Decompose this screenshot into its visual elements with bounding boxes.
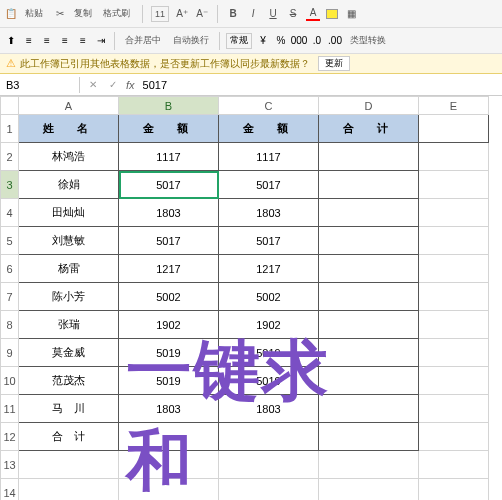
confirm-icon[interactable]: ✓ <box>106 78 120 92</box>
font-size-select[interactable]: 11 <box>151 6 169 22</box>
row-header-9[interactable]: 9 <box>1 339 19 367</box>
cell-a13[interactable] <box>19 451 119 479</box>
indent-icon[interactable]: ⇥ <box>94 34 108 48</box>
comma-icon[interactable]: 000 <box>292 34 306 48</box>
format-brush-button[interactable]: 格式刷 <box>99 6 134 21</box>
cell-b10[interactable]: 5019 <box>119 367 219 395</box>
cell-b2[interactable]: 1117 <box>119 143 219 171</box>
align-middle-icon[interactable]: ≡ <box>22 34 36 48</box>
cell-c10[interactable]: 5019 <box>219 367 319 395</box>
cell-d4[interactable] <box>319 199 419 227</box>
font-decrease-icon[interactable]: A⁻ <box>195 7 209 21</box>
merge-center-button[interactable]: 合并居中 <box>121 33 165 48</box>
cell-e8[interactable] <box>419 311 489 339</box>
cell-d10[interactable] <box>319 367 419 395</box>
cell-e6[interactable] <box>419 255 489 283</box>
row-header-6[interactable]: 6 <box>1 255 19 283</box>
header-amount2[interactable]: 金 额 <box>219 115 319 143</box>
italic-button[interactable]: I <box>246 7 260 21</box>
cell-e14[interactable] <box>419 479 489 501</box>
row-header-4[interactable]: 4 <box>1 199 19 227</box>
bold-button[interactable]: B <box>226 7 240 21</box>
formula-input[interactable] <box>141 77 496 93</box>
border-button[interactable]: ▦ <box>344 7 358 21</box>
cell-a11[interactable]: 马 川 <box>19 395 119 423</box>
font-color-button[interactable]: A <box>306 7 320 21</box>
cell-e7[interactable] <box>419 283 489 311</box>
cell-d2[interactable] <box>319 143 419 171</box>
align-top-icon[interactable]: ⬆ <box>4 34 18 48</box>
row-header-10[interactable]: 10 <box>1 367 19 395</box>
cell-e3[interactable] <box>419 171 489 199</box>
decimal-inc-icon[interactable]: .0 <box>310 34 324 48</box>
cell-c4[interactable]: 1803 <box>219 199 319 227</box>
fill-color-button[interactable] <box>326 9 338 19</box>
cell-a9[interactable]: 莫金威 <box>19 339 119 367</box>
cell-d12[interactable] <box>319 423 419 451</box>
cell-d6[interactable] <box>319 255 419 283</box>
cut-icon[interactable]: ✂ <box>53 7 67 21</box>
cell-c3[interactable]: 5017 <box>219 171 319 199</box>
align-center-icon[interactable]: ≡ <box>58 34 72 48</box>
percent-icon[interactable]: % <box>274 34 288 48</box>
row-header-5[interactable]: 5 <box>1 227 19 255</box>
cell-d7[interactable] <box>319 283 419 311</box>
cell-c13[interactable] <box>219 451 319 479</box>
cell-e11[interactable] <box>419 395 489 423</box>
cell-a5[interactable]: 刘慧敏 <box>19 227 119 255</box>
col-header-e[interactable]: E <box>419 97 489 115</box>
cell-d5[interactable] <box>319 227 419 255</box>
number-format-select[interactable]: 常规 <box>226 33 252 49</box>
name-box[interactable]: B3 <box>0 77 80 93</box>
header-amount1[interactable]: 金 额 <box>119 115 219 143</box>
cell-a14[interactable] <box>19 479 119 501</box>
col-header-d[interactable]: D <box>319 97 419 115</box>
cell-d9[interactable] <box>319 339 419 367</box>
row-header-11[interactable]: 11 <box>1 395 19 423</box>
cell-d14[interactable] <box>319 479 419 501</box>
cell-a2[interactable]: 林鸿浩 <box>19 143 119 171</box>
cell-b13[interactable] <box>119 451 219 479</box>
cell-d8[interactable] <box>319 311 419 339</box>
select-all-corner[interactable] <box>1 97 19 115</box>
cell-a12[interactable]: 合 计 <box>19 423 119 451</box>
cell-a4[interactable]: 田灿灿 <box>19 199 119 227</box>
row-header-13[interactable]: 13 <box>1 451 19 479</box>
cell-e10[interactable] <box>419 367 489 395</box>
cell-b7[interactable]: 5002 <box>119 283 219 311</box>
wrap-text-button[interactable]: 自动换行 <box>169 33 213 48</box>
align-left-icon[interactable]: ≡ <box>40 34 54 48</box>
cell-a10[interactable]: 范茂杰 <box>19 367 119 395</box>
col-header-a[interactable]: A <box>19 97 119 115</box>
cell-c9[interactable]: 5019 <box>219 339 319 367</box>
paste-button[interactable]: 粘贴 <box>21 6 47 21</box>
cell-a3[interactable]: 徐娟 <box>19 171 119 199</box>
row-header-1[interactable]: 1 <box>1 115 19 143</box>
cell-d11[interactable] <box>319 395 419 423</box>
update-button[interactable]: 更新 <box>318 56 350 71</box>
header-total[interactable]: 合 计 <box>319 115 419 143</box>
row-header-3[interactable]: 3 <box>1 171 19 199</box>
align-right-icon[interactable]: ≡ <box>76 34 90 48</box>
row-header-8[interactable]: 8 <box>1 311 19 339</box>
decimal-dec-icon[interactable]: .00 <box>328 34 342 48</box>
cell-c5[interactable]: 5017 <box>219 227 319 255</box>
cell-b4[interactable]: 1803 <box>119 199 219 227</box>
cell-c12[interactable] <box>219 423 319 451</box>
row-header-2[interactable]: 2 <box>1 143 19 171</box>
cell-b11[interactable]: 1803 <box>119 395 219 423</box>
cell-e12[interactable] <box>419 423 489 451</box>
col-header-b[interactable]: B <box>119 97 219 115</box>
cell-b8[interactable]: 1902 <box>119 311 219 339</box>
cell-a8[interactable]: 张瑞 <box>19 311 119 339</box>
currency-icon[interactable]: ¥ <box>256 34 270 48</box>
cell-d13[interactable] <box>319 451 419 479</box>
cell-e2[interactable] <box>419 143 489 171</box>
cell-b12[interactable] <box>119 423 219 451</box>
cell-a7[interactable]: 陈小芳 <box>19 283 119 311</box>
cell-b5[interactable]: 5017 <box>119 227 219 255</box>
cell-b14[interactable] <box>119 479 219 501</box>
fx-icon[interactable]: fx <box>126 79 135 91</box>
cell-e9[interactable] <box>419 339 489 367</box>
cell-e4[interactable] <box>419 199 489 227</box>
